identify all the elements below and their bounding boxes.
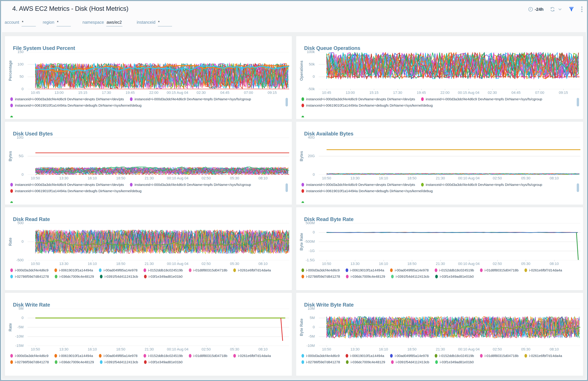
chart-plot[interactable] (27, 52, 289, 89)
legend-item[interactable]: i-01d8f80315d04718b (189, 354, 227, 358)
legend-item[interactable]: instanceid=i-00619010f1a14494a DevName=d… (10, 103, 142, 107)
x-tick-label: 02:50 (202, 347, 211, 351)
legend-item[interactable]: instanceid=i-000d3a3dcf4e4d6c9 DevName=d… (10, 97, 124, 101)
filter-value-input[interactable]: aws/ec2 (106, 20, 123, 26)
legend-item[interactable]: i-00619010f1a14494a (54, 354, 93, 358)
legend-label: i-00ad049f85a14e978 (104, 354, 137, 358)
legend-item[interactable]: i-00619010f1a14494a (346, 268, 384, 272)
chart-plot[interactable] (319, 138, 580, 175)
legend-item[interactable]: instanceid=i-00619010f1a14494a DevName=d… (301, 189, 433, 193)
legend-item[interactable]: i-036dc7009c4e48129 (346, 275, 385, 279)
legend-label: i-0391f54d4112413cb (396, 360, 429, 364)
legend-item[interactable]: i-03f1e349ad81e01b0 (435, 275, 474, 279)
legend-item[interactable]: i-0152ddb18c024519b (144, 354, 183, 358)
legend-item[interactable]: i-03f1e349ad81e01b0 (144, 360, 183, 364)
legend-item[interactable]: instanceid=i-000d3a3dcf4e4d6c9 DevName=d… (301, 183, 415, 187)
legend-label: i-036dc7009c4e48129 (351, 275, 385, 279)
legend-scrollbar-thumb[interactable] (577, 98, 579, 106)
legend-color-dot (10, 268, 13, 272)
legend-item[interactable]: instanceid=i-00619010f1a14494a DevName=d… (10, 189, 142, 193)
legend-item[interactable]: i-000d3a3dcf4e4d6c9 (301, 354, 340, 358)
x-tick-label: 16:10 (379, 262, 388, 266)
x-tick-label: 19:45 (417, 91, 426, 95)
legend-item[interactable]: i-00ad049f85a14e978 (99, 268, 137, 272)
legend-item[interactable]: i-0152ddb18c024519b (144, 268, 183, 272)
legend-item[interactable]: i-036dc7009c4e48129 (346, 360, 385, 364)
kebab-menu-icon[interactable] (581, 6, 583, 12)
legend-item[interactable]: i-0152ddb18c024519b (435, 354, 474, 358)
legend-item[interactable]: instanceid=i-000d3a3dcf4e4d6c9 DevName=t… (130, 183, 251, 187)
legend-item[interactable]: i-02786f59d7d841278 (301, 360, 340, 364)
legend-item[interactable]: i-0261e6fbf7d14da4a (233, 354, 271, 358)
legend-item[interactable]: i-01d8f80315d04718b (480, 354, 519, 358)
legend-item[interactable]: i-03f1e349ad81e01b0 (435, 360, 474, 364)
x-tick-label: 17:30 (393, 91, 402, 95)
x-tick-label: 21:30 (436, 347, 445, 351)
legend-item[interactable]: instanceid=i-000d3a3dcf4e4d6c9 DevName=d… (10, 183, 124, 187)
legend-item[interactable]: i-000d3a3dcf4e4d6c9 (10, 354, 48, 358)
legend-item[interactable]: instanceid=i-00619010f1a14494a DevName=d… (301, 103, 433, 107)
legend-item[interactable]: i-00ad049f85a14e978 (390, 354, 429, 358)
chart-plot[interactable] (27, 223, 289, 260)
legend-item[interactable]: i-0261e6fbf7d14da4a (525, 354, 562, 358)
filter-icon[interactable] (569, 7, 574, 12)
legend-item[interactable]: i-0391f54d4112413cb (100, 360, 138, 364)
legend-item[interactable]: i-0261e6fbf7d14da4a (233, 268, 271, 272)
legend-color-dot (346, 360, 349, 364)
time-range-button[interactable]: -24h (528, 7, 544, 12)
filter-label: account (5, 20, 19, 25)
legend-item[interactable]: i-00619010f1a14494a (346, 354, 384, 358)
filter-value-input[interactable]: * (158, 20, 172, 26)
legend-item[interactable]: i-02786f59d7d841278 (301, 275, 340, 279)
legend-item[interactable]: i-0391f54d4112413cb (100, 275, 138, 279)
refresh-options-chevron-icon[interactable] (558, 8, 562, 11)
filter-value-input[interactable]: * (57, 20, 71, 26)
legend-item[interactable]: i-02786f59d7d841278 (10, 275, 49, 279)
x-tick-label: 21:30 (145, 262, 154, 266)
x-tick-label: 00:10 Aug 04 (167, 347, 189, 351)
legend-item[interactable]: i-036dc7009c4e48129 (55, 360, 94, 364)
legend-item[interactable]: instanceid=i-000d3a3dcf4e4d6c9 DevName=d… (301, 97, 415, 101)
legend-item[interactable]: i-01d8f80315d04718b (189, 268, 227, 272)
legend-item[interactable]: i-0261e6fbf7d14da4a (525, 268, 562, 272)
chart-plot[interactable] (319, 309, 580, 346)
clock-icon (528, 7, 533, 12)
legend-item[interactable]: i-02786f59d7d841278 (10, 360, 49, 364)
legend-item[interactable]: i-036dc7009c4e48129 (55, 275, 94, 279)
chart-plot[interactable] (319, 223, 580, 260)
legend-item[interactable]: i-000d3a3dcf4e4d6c9 (10, 268, 48, 272)
legend-item[interactable]: i-00ad049f85a14e978 (390, 268, 429, 272)
legend-item[interactable]: i-00ad049f85a14e978 (99, 354, 137, 358)
x-tick-label: 05:30 (230, 262, 239, 266)
x-tick-label: 21:30 (436, 176, 445, 180)
legend-item[interactable]: instanceid=i-000d3a3dcf4e4d6c9 DevName=t… (421, 97, 542, 101)
legend-item[interactable]: instanceid=i-000d3a3dcf4e4d6c9 DevName=t… (130, 97, 251, 101)
legend-item[interactable]: i-0152ddb18c024519b (435, 268, 474, 272)
legend-label: i-00619010f1a14494a (350, 354, 384, 358)
legend-label: i-00ad049f85a14e978 (395, 354, 429, 358)
legend-scrollbar-thumb[interactable] (577, 183, 579, 192)
chart-plot[interactable] (27, 138, 289, 175)
legend-label: i-03f1e349ad81e01b0 (149, 360, 183, 364)
legend-item[interactable]: instanceid=i-000d3a3dcf4e4d6c9 DevName=t… (421, 183, 542, 187)
legend-label: i-0261e6fbf7d14da4a (529, 354, 562, 358)
filter-value-input[interactable]: * (21, 20, 36, 26)
chart-plot[interactable] (319, 52, 580, 89)
legend-item[interactable]: i-000d3a3dcf4e4d6c9 (301, 268, 340, 272)
legend-item[interactable]: i-0391f54d4112413cb (391, 360, 429, 364)
legend-item[interactable]: i-00619010f1a14494a (54, 268, 93, 272)
legend-label: i-01d8f80315d04718b (485, 354, 519, 358)
legend-color-dot (301, 104, 304, 107)
legend-scrollbar-thumb[interactable] (286, 183, 288, 192)
legend-item[interactable]: i-0391f54d4112413cb (391, 275, 429, 279)
legend-item[interactable]: i-01d8f80315d04718b (480, 268, 519, 272)
x-tick-label: 13:30 (59, 262, 68, 266)
legend-label: i-00619010f1a14494a (59, 354, 93, 358)
legend-label: i-03f1e349ad81e01b0 (440, 360, 474, 364)
x-tick-label: 16:10 (88, 262, 97, 266)
legend-item[interactable]: i-03f1e349ad81e01b0 (144, 275, 183, 279)
legend-scrollbar-thumb[interactable] (286, 98, 288, 106)
refresh-button[interactable] (550, 7, 555, 12)
chart-panel: Disk Read Byte RateByte Rate500M0-500M-1… (296, 207, 583, 290)
chart-plot[interactable] (27, 309, 289, 346)
